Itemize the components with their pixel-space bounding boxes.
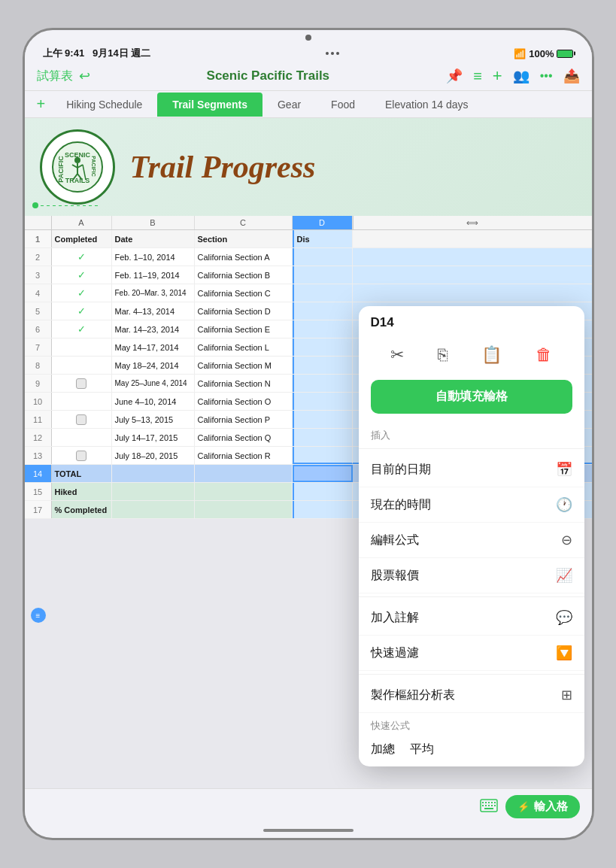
- cell-9-c[interactable]: California Section N: [195, 375, 293, 392]
- tab-trail-segments[interactable]: Trail Segments: [157, 93, 262, 117]
- cell-17-b[interactable]: [112, 501, 195, 518]
- cell-17-a[interactable]: % Completed: [52, 501, 112, 518]
- cut-button[interactable]: ✂: [384, 339, 410, 371]
- cell-6-b[interactable]: Mar. 14–23, 2014: [112, 320, 195, 338]
- more-icon[interactable]: •••: [540, 69, 553, 83]
- cell-4-d[interactable]: [293, 284, 353, 302]
- cell-13-b[interactable]: July 18–20, 2015: [112, 447, 195, 464]
- cell-3-c[interactable]: California Section B: [195, 266, 293, 284]
- back-button[interactable]: 試算表: [37, 68, 73, 84]
- menu-item-stock[interactable]: 股票報價 📈: [359, 558, 584, 593]
- tab-food[interactable]: Food: [316, 93, 370, 117]
- cell-7-a[interactable]: [52, 338, 112, 356]
- cell-3-d[interactable]: [293, 266, 353, 284]
- cell-13-d[interactable]: [293, 447, 353, 464]
- pin-icon[interactable]: 📌: [446, 68, 463, 84]
- add-icon[interactable]: +: [493, 66, 502, 86]
- undo-button[interactable]: ↩: [79, 68, 90, 84]
- cell-14-c[interactable]: [195, 465, 293, 482]
- cell-3-b[interactable]: Feb. 11–19, 2014: [112, 266, 195, 284]
- cell-14-b[interactable]: [112, 465, 195, 482]
- formula-sum[interactable]: 加總: [371, 742, 395, 757]
- cell-9-b[interactable]: May 25–June 4, 2014: [112, 375, 195, 392]
- cell-10-d[interactable]: [293, 393, 353, 410]
- cell-1-a[interactable]: Completed: [52, 230, 112, 247]
- cell-15-a[interactable]: Hiked: [52, 483, 112, 500]
- autofill-button[interactable]: 自動填充輸格: [371, 380, 572, 414]
- tab-gear[interactable]: Gear: [262, 93, 316, 117]
- share-icon[interactable]: 📤: [563, 68, 580, 84]
- collab-icon[interactable]: 👥: [513, 68, 530, 84]
- cell-12-a[interactable]: [52, 429, 112, 446]
- cell-4-c[interactable]: California Section C: [195, 284, 293, 302]
- cell-8-d[interactable]: [293, 357, 353, 374]
- cell-15-b[interactable]: [112, 483, 195, 500]
- cell-9-d[interactable]: [293, 375, 353, 392]
- keyboard-icon[interactable]: [480, 797, 498, 817]
- cell-11-b[interactable]: July 5–13, 2015: [112, 411, 195, 428]
- row-selector-icon[interactable]: ≡: [31, 608, 46, 623]
- col-header-b[interactable]: B: [112, 216, 195, 229]
- col-header-d[interactable]: D: [293, 216, 353, 229]
- col-header-a[interactable]: A: [52, 216, 112, 229]
- checkbox-13[interactable]: [76, 451, 86, 461]
- cell-8-a[interactable]: [52, 357, 112, 374]
- cell-2-d[interactable]: [293, 248, 353, 266]
- cell-1-d[interactable]: Dis: [293, 230, 353, 247]
- cell-8-b[interactable]: May 18–24, 2014: [112, 357, 195, 374]
- cell-5-a[interactable]: ✓: [52, 302, 112, 320]
- cell-11-c[interactable]: California Section P: [195, 411, 293, 428]
- menu-item-filter[interactable]: 快速過濾 🔽: [359, 636, 584, 671]
- cell-10-c[interactable]: California Section O: [195, 393, 293, 410]
- cell-3-a[interactable]: ✓: [52, 266, 112, 284]
- cell-15-d[interactable]: [293, 483, 353, 500]
- cell-12-c[interactable]: California Section Q: [195, 429, 293, 446]
- copy-button[interactable]: ⎘: [432, 339, 454, 371]
- cell-12-d[interactable]: [293, 429, 353, 446]
- cell-4-a[interactable]: ✓: [52, 284, 112, 302]
- menu-item-date[interactable]: 目前的日期 📅: [359, 452, 584, 487]
- menu-item-time[interactable]: 現在的時間 🕐: [359, 487, 584, 523]
- cell-5-c[interactable]: California Section D: [195, 302, 293, 320]
- cell-6-c[interactable]: California Section E: [195, 320, 293, 338]
- tab-elevation[interactable]: Elevation 14 days: [370, 93, 484, 117]
- cell-10-b[interactable]: June 4–10, 2014: [112, 393, 195, 410]
- cell-4-b[interactable]: Feb. 20–Mar. 3, 2014: [112, 284, 195, 302]
- cell-12-b[interactable]: July 14–17, 2015: [112, 429, 195, 446]
- paste-button[interactable]: 📋: [475, 339, 508, 371]
- cell-7-c[interactable]: California Section L: [195, 338, 293, 356]
- cell-13-a[interactable]: [52, 447, 112, 464]
- cell-9-a[interactable]: [52, 375, 112, 392]
- input-cell-button[interactable]: ⚡ 輸入格: [505, 795, 580, 818]
- cell-2-b[interactable]: Feb. 1–10, 2014: [112, 248, 195, 266]
- cell-6-a[interactable]: ✓: [52, 320, 112, 338]
- menu-item-comment[interactable]: 加入註解 💬: [359, 600, 584, 636]
- formula-average[interactable]: 平均: [410, 742, 434, 757]
- add-tab-button[interactable]: +: [31, 91, 52, 117]
- col-header-resize[interactable]: ⟺: [353, 216, 592, 229]
- menu-item-formula[interactable]: 編輯公式 ⊖: [359, 523, 584, 558]
- checkbox-11[interactable]: [76, 414, 86, 425]
- cell-8-c[interactable]: California Section M: [195, 357, 293, 374]
- delete-button[interactable]: 🗑: [530, 339, 558, 371]
- cell-1-c[interactable]: Section: [195, 230, 293, 247]
- menu-item-pivot[interactable]: 製作樞紐分析表 ⊞: [359, 678, 584, 713]
- cell-14-d[interactable]: [293, 465, 353, 482]
- cell-7-b[interactable]: May 14–17, 2014: [112, 338, 195, 356]
- col-header-c[interactable]: C: [195, 216, 293, 229]
- cell-5-b[interactable]: Mar. 4–13, 2014: [112, 302, 195, 320]
- cell-6-d[interactable]: [293, 320, 353, 338]
- cell-14-a[interactable]: TOTAL: [52, 465, 112, 482]
- cell-11-d[interactable]: [293, 411, 353, 428]
- cell-1-b[interactable]: Date: [112, 230, 195, 247]
- tab-hiking-schedule[interactable]: Hiking Schedule: [51, 93, 157, 117]
- cell-10-a[interactable]: [52, 393, 112, 410]
- checkbox-9[interactable]: [76, 378, 86, 389]
- cell-7-d[interactable]: [293, 338, 353, 356]
- cell-17-d[interactable]: [293, 501, 353, 518]
- cell-2-c[interactable]: California Section A: [195, 248, 293, 266]
- cell-11-a[interactable]: [52, 411, 112, 428]
- cell-13-c[interactable]: California Section R: [195, 447, 293, 464]
- cell-5-d[interactable]: [293, 302, 353, 320]
- cell-17-c[interactable]: [195, 501, 293, 518]
